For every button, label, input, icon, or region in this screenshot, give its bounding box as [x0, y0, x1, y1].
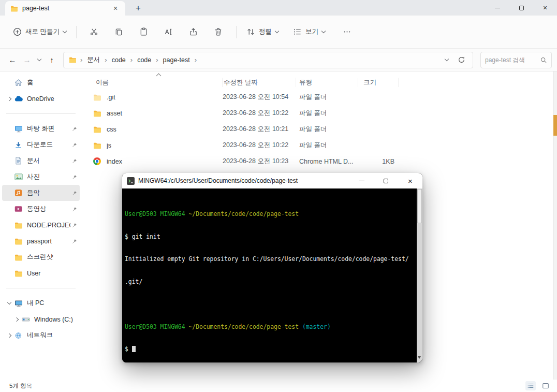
pin-icon	[72, 223, 77, 228]
chevron-right-icon[interactable]	[7, 96, 11, 100]
delete-button[interactable]	[208, 23, 229, 41]
scroll-down-arrow-icon[interactable]	[418, 356, 421, 360]
music-icon	[13, 189, 24, 197]
chevron-down-icon	[63, 28, 67, 33]
sidebar-item-label: passport	[27, 238, 70, 245]
paste-button[interactable]	[134, 23, 154, 41]
search-input[interactable]	[485, 56, 540, 64]
sidebar-item-passport[interactable]: passport	[2, 233, 80, 249]
column-header-size[interactable]: 크기	[358, 78, 399, 87]
folder-icon	[93, 126, 102, 133]
search-box[interactable]	[480, 52, 552, 68]
breadcrumb-item-documents[interactable]: 문서	[86, 54, 101, 66]
rename-button[interactable]	[158, 23, 179, 41]
cut-button[interactable]	[84, 23, 105, 41]
file-date: 2023-06-28 오전 10:22	[223, 141, 296, 150]
maximize-button[interactable]	[509, 0, 533, 16]
view-button[interactable]: 보기	[288, 24, 330, 40]
sidebar: 홈 OneDrive 바탕 화면 다운로드 문서	[0, 71, 82, 380]
address-bar[interactable]: › 문서 › code › code › page-test ›	[63, 52, 473, 68]
sidebar-item-documents[interactable]: 문서	[2, 153, 80, 169]
column-header-date[interactable]: 수정한 날짜	[223, 78, 296, 87]
sidebar-item-screenshots[interactable]: 스크린샷	[2, 249, 80, 265]
file-row-css[interactable]: css 2023-06-28 오전 10:21 파일 폴더	[85, 121, 552, 137]
terminal-output[interactable]: User@D503 MINGW64 ~/Documents/code/code/…	[122, 188, 422, 362]
terminal-maximize-button[interactable]	[374, 173, 398, 188]
network-icon	[13, 332, 24, 339]
sidebar-item-music[interactable]: 음악	[2, 185, 80, 201]
forward-button[interactable]: →	[20, 52, 34, 68]
folder-icon	[13, 270, 24, 277]
more-button[interactable]	[337, 23, 358, 41]
terminal-minimize-button[interactable]	[349, 173, 374, 188]
terminal-prompt-user: User@D503 MINGW64	[125, 210, 185, 217]
sidebar-item-videos[interactable]: 동영상	[2, 201, 80, 217]
file-type: 파일 폴더	[296, 109, 358, 118]
desktop-icon	[13, 125, 24, 133]
sidebar-item-label: 문서	[27, 156, 70, 165]
recent-locations-button[interactable]	[34, 52, 45, 68]
maximize-icon	[384, 179, 388, 183]
terminal-scrollbar[interactable]	[417, 188, 422, 362]
terminal-titlebar[interactable]: MINGW64:/c/Users/User/Documents/code/cod…	[122, 173, 422, 188]
chrome-icon	[93, 157, 102, 165]
refresh-button[interactable]	[458, 56, 465, 64]
terminal-close-button[interactable]: ×	[398, 173, 422, 188]
minimize-icon	[495, 8, 500, 8]
file-date: 2023-06-28 오전 10:23	[223, 157, 296, 166]
breadcrumb-item-page-test[interactable]: page-test	[162, 55, 191, 65]
tab-close-button[interactable]: ×	[111, 4, 120, 12]
sidebar-item-label: 네트워크	[27, 331, 77, 340]
file-row-index[interactable]: index 2023-06-28 오전 10:23 Chrome HTML D.…	[85, 153, 552, 169]
sidebar-item-this-pc[interactable]: 내 PC	[2, 295, 80, 311]
sidebar-item-home[interactable]: 홈	[2, 75, 80, 91]
file-date: 2023-06-28 오전 10:22	[223, 109, 296, 118]
new-button[interactable]: 새로 만들기	[8, 24, 71, 40]
sort-button[interactable]: 정렬	[242, 24, 283, 40]
sidebar-item-downloads[interactable]: 다운로드	[2, 137, 80, 153]
new-tab-button[interactable]: +	[131, 2, 145, 14]
chevron-right-icon[interactable]	[14, 317, 18, 321]
details-view-button[interactable]	[525, 381, 536, 390]
sidebar-divider	[6, 113, 76, 114]
folder-icon	[93, 142, 102, 149]
sidebar-item-onedrive[interactable]: OneDrive	[2, 91, 80, 107]
sidebar-item-label: Windows (C:)	[34, 316, 77, 323]
list-header: 이름 수정한 날짜 유형 크기	[85, 76, 552, 89]
file-row-git[interactable]: .git 2023-06-28 오전 10:54 파일 폴더	[85, 89, 552, 105]
scrollbar-thumb[interactable]	[417, 189, 422, 223]
folder-icon	[93, 110, 102, 117]
share-button[interactable]	[183, 23, 204, 41]
sidebar-item-label: 홈	[27, 78, 77, 87]
column-header-type[interactable]: 유형	[296, 78, 358, 87]
file-row-asset[interactable]: asset 2023-06-28 오전 10:22 파일 폴더	[85, 105, 552, 121]
chevron-right-icon[interactable]	[7, 333, 11, 337]
sidebar-item-user[interactable]: User	[2, 265, 80, 281]
sidebar-item-windows-c[interactable]: Windows (C:)	[9, 311, 80, 327]
address-dropdown-icon[interactable]	[445, 57, 449, 61]
breadcrumb-separator: ›	[77, 56, 86, 64]
copy-button[interactable]	[109, 23, 129, 41]
navigation-bar: ← → ↑ › 문서 › code › code › page-test ›	[0, 49, 557, 71]
up-button[interactable]: ↑	[45, 52, 59, 68]
file-name: asset	[107, 110, 223, 117]
explorer-tab[interactable]: page-test ×	[5, 1, 125, 16]
breadcrumb-item-code[interactable]: code	[111, 55, 127, 65]
breadcrumb-item-code-2[interactable]: code	[136, 55, 152, 65]
breadcrumb-separator: ›	[191, 56, 200, 64]
large-icons-view-button[interactable]	[540, 381, 551, 390]
minimize-button[interactable]	[486, 0, 509, 16]
file-row-js[interactable]: js 2023-06-28 오전 10:22 파일 폴더	[85, 137, 552, 153]
sidebar-item-pictures[interactable]: 사진	[2, 169, 80, 185]
column-header-name[interactable]: 이름	[96, 78, 223, 87]
file-name: js	[107, 142, 223, 149]
back-button[interactable]: ←	[5, 52, 20, 68]
tab-bar: page-test × + ×	[0, 0, 557, 16]
sidebar-item-network[interactable]: 네트워크	[2, 327, 80, 343]
search-icon	[540, 56, 547, 64]
sidebar-item-node-project[interactable]: NODE.PROJECT	[2, 217, 80, 233]
close-button[interactable]: ×	[533, 0, 557, 16]
sidebar-item-desktop[interactable]: 바탕 화면	[2, 121, 80, 137]
chevron-down-icon[interactable]	[7, 300, 11, 304]
folder-icon	[13, 238, 24, 245]
